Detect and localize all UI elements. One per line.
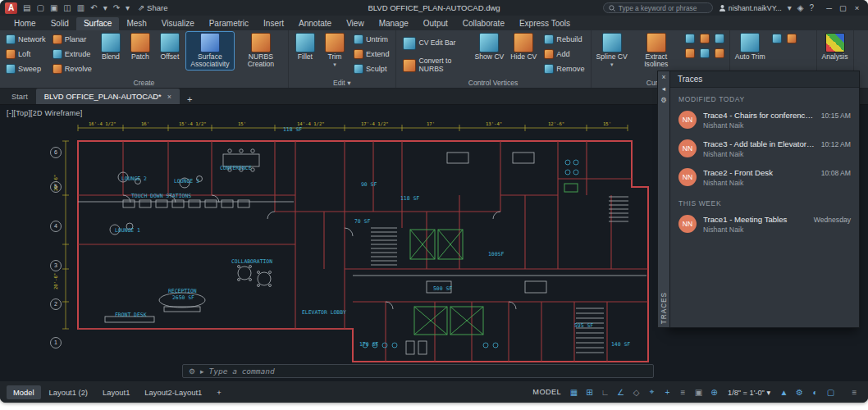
trace-item[interactable]: NNTrace3 - Add table in Elevator Lobby10… [670, 134, 859, 163]
ribbon-tab-express-tools[interactable]: Express Tools [512, 17, 578, 30]
revolve-button[interactable]: Revolve [50, 61, 94, 76]
viewport-controls[interactable]: [-][Top][2D Wireframe] [7, 109, 82, 117]
lineweight-icon[interactable]: ≡ [676, 385, 690, 399]
remove-button[interactable]: Remove [541, 61, 587, 76]
ribbon-tab-annotate[interactable]: Annotate [291, 17, 339, 30]
file-tab-start[interactable]: Start [3, 89, 36, 104]
ribbon-tab-view[interactable]: View [339, 17, 372, 30]
new-drawing-tab-button[interactable]: + [180, 94, 199, 104]
plot-icon[interactable]: ▥ [77, 4, 85, 12]
maximize-button[interactable]: ▢ [837, 3, 849, 12]
redo-flyout-icon[interactable]: ▾ [126, 4, 130, 12]
minimize-button[interactable]: ─ [823, 3, 835, 12]
traces-palette-header[interactable]: Traces [670, 71, 859, 88]
trim-flyout-icon[interactable]: ▾ [333, 61, 336, 68]
object-snap-icon[interactable]: ⌖ [645, 385, 659, 399]
customization-icon[interactable]: ≡ [847, 385, 861, 399]
project-to-view-button[interactable] [785, 32, 798, 45]
selection-cycling-icon[interactable]: ▣ [692, 385, 706, 399]
annotation-visibility-icon[interactable]: ▲ [777, 385, 791, 399]
untrim-button[interactable]: Untrim [351, 32, 392, 47]
rebuild-button[interactable]: Rebuild [541, 32, 587, 47]
undo-flyout-icon[interactable]: ▾ [103, 4, 107, 12]
ribbon-tab-mesh[interactable]: Mesh [119, 17, 153, 30]
new-drawing-icon[interactable]: ▢ [36, 4, 43, 12]
blend-button[interactable]: Blend [98, 32, 124, 61]
nurbs-creation-button[interactable]: NURBS Creation [237, 32, 285, 70]
panel-label-create[interactable]: Create [0, 78, 288, 88]
trace-item[interactable]: NNTrace2 - Front Desk10:08 AMNishant Nai… [670, 163, 859, 192]
file-tab-blvd-office-plan-autocad[interactable]: BLVD OFFICE_PLAN-AUTOCAD*× [36, 89, 180, 104]
extrude-button[interactable]: Extrude [50, 47, 94, 61]
polar-tracking-icon[interactable]: ∠ [614, 385, 628, 399]
object-snap-tracking-icon[interactable]: + [660, 385, 674, 399]
curve-offset-button[interactable] [683, 32, 697, 45]
menu-browser-icon[interactable]: ▤ [23, 4, 30, 12]
palette-properties-icon[interactable]: ⚙ [660, 96, 667, 104]
offset-button[interactable]: Offset [157, 32, 183, 61]
layout-tab-layout1-2[interactable]: Layout1 (2) [43, 385, 94, 399]
dynamic-input-icon[interactable]: ⊕ [707, 385, 721, 399]
surface-associativity-button[interactable]: Surface Associativity [186, 32, 234, 70]
close-button[interactable]: × [851, 3, 863, 12]
spline-cv-flyout-icon[interactable]: ▾ [610, 61, 614, 68]
add-button[interactable]: Add [541, 47, 587, 61]
ribbon-tab-collaborate[interactable]: Collaborate [455, 17, 512, 30]
layout-tab-model[interactable]: Model [7, 385, 41, 399]
convert-to-nurbs-button[interactable]: Convert to NURBS [400, 54, 470, 76]
layout-tab-layout2-layout1[interactable]: Layout2-Layout1 [138, 385, 208, 399]
close-tab-icon[interactable]: × [167, 93, 171, 101]
snap-mode-icon[interactable]: ⊞ [582, 385, 596, 399]
layout-tab-layout1[interactable]: Layout1 [96, 385, 136, 399]
hide-cv-button[interactable]: Hide CV [509, 32, 538, 61]
trace-item[interactable]: NNTrace1 - Meeting TablesWednesdayNishan… [670, 210, 859, 239]
command-input[interactable]: Type a command [209, 367, 275, 376]
curve-intersect-button[interactable] [683, 47, 697, 60]
user-menu-chevron-icon[interactable]: ▾ [788, 4, 792, 12]
cv-edit-bar-button[interactable]: CV Edit Bar [400, 32, 470, 54]
curve-cv-show-button[interactable] [713, 47, 726, 60]
curve-freehand-button[interactable] [698, 47, 711, 60]
grid-icon[interactable]: ▦ [567, 385, 581, 399]
clean-screen-icon[interactable]: ▢ [824, 385, 838, 399]
annotation-scale-button[interactable]: 1/8" = 1'-0" ▾ [723, 388, 775, 397]
ribbon-tab-surface[interactable]: Surface [76, 17, 119, 30]
network-button[interactable]: Network [3, 32, 48, 47]
ortho-icon[interactable]: ∟ [598, 385, 612, 399]
undo-icon[interactable]: ↶ [90, 4, 97, 12]
panel-label-control-vertices[interactable]: Control Vertices [396, 78, 591, 88]
ribbon-tab-output[interactable]: Output [416, 17, 455, 30]
ribbon-tab-insert[interactable]: Insert [256, 17, 291, 30]
sweep-button[interactable]: Sweep [3, 61, 48, 76]
account-menu[interactable]: nishant.naikVY... [719, 4, 782, 12]
spline-cv-button[interactable]: Spline CV▾ [595, 32, 629, 69]
share-button[interactable]: ⇗ Share [138, 3, 167, 12]
ribbon-tab-home[interactable]: Home [7, 17, 43, 30]
curve-blend-button[interactable] [698, 32, 711, 45]
patch-button[interactable]: Patch [127, 32, 153, 61]
isolate-objects-icon[interactable]: ◐ [808, 385, 822, 399]
help-search-input[interactable]: Type a keyword or phrase [603, 2, 713, 13]
ribbon-tab-visualize[interactable]: Visualize [154, 17, 202, 30]
autodesk-app-icon[interactable]: ◈ [797, 4, 804, 12]
workspace-switching-icon[interactable]: ⚙ [793, 385, 806, 399]
analysis-button[interactable]: Analysis [820, 32, 850, 61]
trace-item[interactable]: NNTrace4 - Chairs for conference room10:… [670, 106, 859, 134]
command-customize-icon[interactable]: ⚙ [189, 367, 195, 376]
panel-label-edit[interactable]: Edit ▾ [289, 78, 395, 88]
redo-icon[interactable]: ↷ [113, 4, 120, 12]
trim-button[interactable]: Trim▾ [322, 32, 348, 69]
isodraft-icon[interactable]: ◇ [629, 385, 643, 399]
ribbon-tab-manage[interactable]: Manage [372, 17, 416, 30]
palette-autohide-icon[interactable]: ◂ [662, 84, 665, 93]
open-drawing-icon[interactable]: ▣ [50, 4, 57, 12]
curve-project-button[interactable] [713, 32, 726, 45]
sculpt-button[interactable]: Sculpt [351, 61, 392, 76]
command-line[interactable]: ⚙ ▸ Type a command [182, 364, 654, 378]
palette-close-icon[interactable]: × [662, 73, 666, 81]
add-layout-button[interactable]: + [210, 385, 227, 399]
project-to-ucs-button[interactable] [770, 32, 783, 45]
save-icon[interactable]: ◫ [63, 4, 71, 12]
extract-isolines-button[interactable]: Extract Isolines [633, 32, 680, 70]
ribbon-tab-parametric[interactable]: Parametric [202, 17, 256, 30]
